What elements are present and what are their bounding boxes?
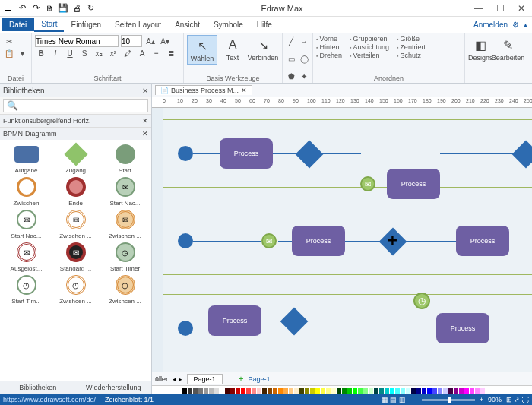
login-link[interactable]: Anmelden (473, 21, 508, 29)
strike-icon[interactable]: S (78, 47, 90, 59)
shape-inter-timer2[interactable]: ◷Zwishcen ... (103, 274, 147, 305)
shape-start[interactable]: Start (103, 143, 147, 174)
star-icon[interactable]: ✦ (299, 70, 309, 82)
maximize-button[interactable]: ☐ (489, 3, 511, 14)
page-tab-1[interactable]: Page-1 (187, 374, 223, 384)
tab-view[interactable]: Ansicht (168, 18, 207, 31)
shape-inter-msg[interactable]: ✉Zwischen ... (54, 208, 98, 239)
shape-start-timer[interactable]: ◷Start Timer (103, 241, 147, 272)
panel-close-icon[interactable]: ✕ (142, 87, 148, 95)
arrange-front[interactable]: Vorne (316, 35, 342, 43)
panel-tab-libraries[interactable]: Bibliotheken (0, 381, 76, 394)
rect-icon[interactable]: ▭ (286, 52, 296, 65)
arrange-protect[interactable]: Schutz (397, 52, 426, 59)
grow-font-icon[interactable]: A▴ (144, 35, 157, 47)
bpmn-process[interactable]: Process (220, 138, 273, 169)
shape-standard[interactable]: ✉Standard ... (54, 241, 98, 272)
zoom-percent[interactable]: 90% (488, 396, 502, 403)
undo-icon[interactable]: ↶ (17, 3, 27, 14)
connect-tool-button[interactable]: ↘Verbinden (248, 35, 278, 65)
redo-icon[interactable]: ↷ (30, 3, 41, 14)
tab-help[interactable]: Hilfe (250, 18, 279, 31)
shape-start-timer2[interactable]: ◷Start Tim... (5, 274, 49, 305)
shape-triggered[interactable]: ✉Ausgelöst... (5, 241, 49, 272)
drawing-canvas[interactable]: Process Process Process Process + Proces… (152, 108, 532, 372)
arrow-icon[interactable]: → (299, 35, 309, 47)
designs-button[interactable]: ◧Designs (468, 35, 493, 63)
cut-icon[interactable]: ✂ (3, 35, 15, 47)
menu-icon[interactable]: ☰ (3, 3, 14, 14)
bpmn-start-event[interactable] (178, 146, 193, 161)
status-url[interactable]: https://www.edrawsoft.com/de/ (3, 396, 96, 403)
page-tab-2[interactable]: Page-1 (249, 375, 271, 383)
category-bpmn[interactable]: BPMN-Diagramm✕ (0, 127, 151, 140)
close-button[interactable]: ✕ (511, 3, 532, 14)
edit-button[interactable]: ✎Bearbeiten (493, 35, 524, 63)
italic-icon[interactable]: I (49, 47, 62, 59)
zoom-slider[interactable] (422, 399, 475, 401)
shape-gateway[interactable]: Zugang (54, 143, 98, 174)
view-mode-icons[interactable]: ▦ ▤ ▥ (382, 396, 406, 403)
font-size-select[interactable] (121, 35, 142, 47)
paste-icon[interactable]: ▾ (17, 47, 28, 59)
add-page-button[interactable]: + (239, 374, 244, 384)
bpmn-timer-event[interactable] (413, 293, 430, 309)
sub-icon[interactable]: x₂ (93, 47, 105, 59)
minimize-button[interactable]: — (468, 3, 489, 14)
save-icon[interactable]: 💾 (58, 3, 68, 14)
copy-icon[interactable]: 📋 (3, 47, 14, 59)
arrange-distribute[interactable]: Verteilen (350, 52, 389, 59)
gear-icon[interactable]: ⚙ (512, 21, 519, 29)
align-dist-icon[interactable]: ≣ (165, 47, 177, 59)
poly-icon[interactable]: ⬟ (286, 70, 296, 82)
arrange-align[interactable]: Ausrichtung (350, 43, 389, 51)
bpmn-start-event[interactable] (178, 233, 193, 248)
bpmn-process[interactable]: Process (436, 313, 489, 343)
shape-start-msg2[interactable]: ✉Start Nac... (5, 208, 49, 239)
tab-symbols[interactable]: Symbole (207, 18, 250, 31)
bpmn-process[interactable]: Process (387, 169, 440, 199)
font-name-select[interactable] (35, 35, 119, 47)
panel-tab-recovery[interactable]: Wiederherstellung (76, 381, 152, 394)
shape-start-msg[interactable]: ✉Start Nac... (103, 176, 147, 207)
document-tab[interactable]: Business Process M... ✕ (155, 85, 252, 95)
text-tool-button[interactable]: AText (217, 35, 248, 65)
oval-icon[interactable]: ◯ (299, 52, 309, 65)
arrange-rotate[interactable]: Drehen (316, 52, 342, 59)
color-bar[interactable] (152, 385, 532, 394)
tab-insert[interactable]: Einfügen (64, 18, 107, 31)
bpmn-message-event[interactable] (360, 176, 375, 191)
arrange-back[interactable]: Hinten (316, 43, 342, 51)
shape-task[interactable]: Aufgabe (5, 143, 49, 174)
select-tool-button[interactable]: ↖Wählen (187, 35, 217, 65)
bpmn-message-event[interactable] (261, 233, 277, 248)
bpmn-process[interactable]: Process (456, 226, 509, 256)
arrange-group[interactable]: Gruppieren (350, 35, 389, 43)
new-icon[interactable]: 🗎 (44, 3, 55, 14)
fontcolor-icon[interactable]: A (136, 47, 148, 59)
shape-intermediate[interactable]: Zwischen (5, 176, 49, 207)
file-menu[interactable]: Datei (2, 18, 34, 31)
shape-end[interactable]: Ende (54, 176, 98, 207)
chevron-up-icon[interactable]: ▴ (524, 21, 527, 29)
category-crossfunctional[interactable]: Funktionsübergreifend Horiz.✕ (0, 114, 151, 127)
shrink-font-icon[interactable]: A▾ (159, 35, 171, 47)
bpmn-process[interactable]: Process (292, 226, 345, 256)
line-icon[interactable]: ╱ (286, 35, 296, 47)
search-input[interactable]: 🔍 (3, 99, 148, 112)
bpmn-start-event[interactable] (178, 321, 193, 336)
shape-inter-msg2[interactable]: ✉Zwischen ... (103, 208, 147, 239)
arrange-center[interactable]: Zentriert (397, 43, 426, 51)
tab-page-layout[interactable]: Seiten Layout (108, 18, 168, 31)
align-left-icon[interactable]: ≡ (150, 47, 163, 59)
highlight-icon[interactable]: 🖍 (122, 47, 134, 59)
tab-start[interactable]: Start (34, 17, 64, 32)
sup-icon[interactable]: x² (107, 47, 119, 59)
underline-icon[interactable]: U (64, 47, 76, 59)
status-icons[interactable]: ⊞ ⤢ ⛶ (506, 396, 529, 403)
bold-icon[interactable]: B (35, 47, 47, 59)
shape-inter-timer[interactable]: ◷Zwishcen ... (54, 274, 98, 305)
bpmn-process[interactable]: Process (208, 305, 261, 336)
refresh-icon[interactable]: ↻ (85, 3, 96, 14)
print-icon[interactable]: 🖨 (71, 3, 82, 14)
